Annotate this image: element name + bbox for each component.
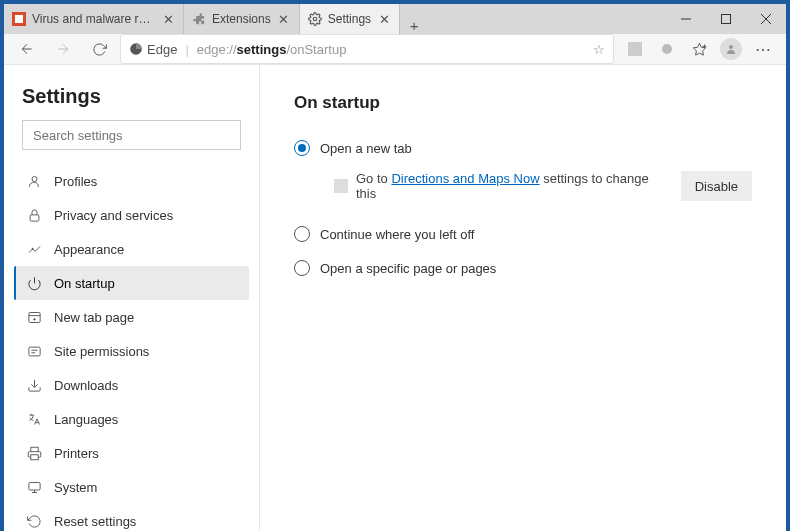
gear-icon <box>308 12 322 26</box>
svg-marker-12 <box>693 43 706 55</box>
avatar-icon <box>720 38 742 60</box>
minimize-button[interactable] <box>666 4 706 34</box>
section-heading: On startup <box>294 93 752 113</box>
radio-icon <box>294 226 310 242</box>
sidebar-item-printers[interactable]: Printers <box>14 436 249 470</box>
sidebar-item-label: Languages <box>54 412 118 427</box>
tab-label: Settings <box>328 12 371 26</box>
extension-logo-icon <box>334 179 348 193</box>
radio-label: Open a new tab <box>320 141 412 156</box>
svg-point-18 <box>32 248 33 249</box>
new-tab-button[interactable]: + <box>400 17 428 34</box>
disable-button[interactable]: Disable <box>681 171 752 201</box>
svg-point-16 <box>32 176 37 181</box>
permissions-icon <box>26 343 42 359</box>
sidebar-item-newtab[interactable]: New tab page <box>14 300 249 334</box>
svg-point-2 <box>313 17 317 21</box>
sidebar-item-label: Profiles <box>54 174 97 189</box>
extension-link[interactable]: Directions and Maps Now <box>391 171 539 186</box>
sidebar-item-label: Reset settings <box>54 514 136 529</box>
svg-rect-1 <box>15 15 23 23</box>
tab-label: Virus and malware removal instr <box>32 12 155 26</box>
address-bar[interactable]: Edge | edge://settings/onStartup ☆ <box>120 34 614 64</box>
sidebar-item-label: Privacy and services <box>54 208 173 223</box>
search-wrapper <box>22 120 241 150</box>
notice-prefix: Go to <box>356 171 391 186</box>
appearance-icon <box>26 241 42 257</box>
close-icon[interactable]: ✕ <box>377 12 391 26</box>
favorite-icon[interactable]: ☆ <box>593 42 605 57</box>
radio-continue[interactable]: Continue where you left off <box>294 217 752 251</box>
tab-strip: Virus and malware removal instr ✕ Extens… <box>4 4 666 34</box>
radio-icon <box>294 140 310 156</box>
sidebar-item-label: Site permissions <box>54 344 149 359</box>
tab-0[interactable]: Virus and malware removal instr ✕ <box>4 4 184 34</box>
url-path: /onStartup <box>286 42 346 57</box>
url-host: settings <box>237 42 287 57</box>
radio-label: Open a specific page or pages <box>320 261 496 276</box>
main-panel: On startup Open a new tab Go to Directio… <box>260 65 786 531</box>
tab-2[interactable]: Settings ✕ <box>300 4 400 34</box>
extension-2-icon[interactable] <box>652 34 682 64</box>
system-icon <box>26 479 42 495</box>
sidebar-item-appearance[interactable]: Appearance <box>14 232 249 266</box>
radio-label: Continue where you left off <box>320 227 474 242</box>
favorites-button[interactable] <box>684 34 714 64</box>
sidebar-item-permissions[interactable]: Site permissions <box>14 334 249 368</box>
sidebar-item-label: New tab page <box>54 310 134 325</box>
settings-sidebar: Settings Profiles Privacy and services A… <box>4 65 260 531</box>
extensions-icon <box>192 12 206 26</box>
tab-1[interactable]: Extensions ✕ <box>184 4 300 34</box>
svg-rect-24 <box>28 347 39 356</box>
url-text: edge://settings/onStartup <box>197 42 585 57</box>
sidebar-item-profiles[interactable]: Profiles <box>14 164 249 198</box>
window-controls <box>666 4 786 34</box>
refresh-button[interactable] <box>84 34 114 64</box>
sidebar-item-privacy[interactable]: Privacy and services <box>14 198 249 232</box>
forward-button[interactable] <box>48 34 78 64</box>
settings-nav: Profiles Privacy and services Appearance… <box>4 160 259 531</box>
printer-icon <box>26 445 42 461</box>
sidebar-item-onstartup[interactable]: On startup <box>14 266 249 300</box>
pcrisk-icon <box>12 12 26 26</box>
search-input[interactable] <box>22 120 241 150</box>
close-icon[interactable]: ✕ <box>161 12 175 26</box>
sidebar-item-label: Printers <box>54 446 99 461</box>
close-window-button[interactable] <box>746 4 786 34</box>
sidebar-item-label: On startup <box>54 276 115 291</box>
sidebar-item-label: Downloads <box>54 378 118 393</box>
sidebar-item-system[interactable]: System <box>14 470 249 504</box>
sidebar-item-languages[interactable]: Languages <box>14 402 249 436</box>
radio-open-new-tab[interactable]: Open a new tab <box>294 131 752 165</box>
close-icon[interactable]: ✕ <box>277 12 291 26</box>
power-icon <box>26 275 42 291</box>
person-icon <box>26 173 42 189</box>
maximize-button[interactable] <box>706 4 746 34</box>
radio-icon <box>294 260 310 276</box>
toolbar: Edge | edge://settings/onStartup ☆ ⋯ <box>4 34 786 65</box>
svg-rect-28 <box>30 454 38 459</box>
extension-notice: Go to Directions and Maps Now settings t… <box>294 165 752 217</box>
svg-rect-4 <box>722 15 731 24</box>
radio-specific-page[interactable]: Open a specific page or pages <box>294 251 752 285</box>
sidebar-item-reset[interactable]: Reset settings <box>14 504 249 531</box>
svg-point-11 <box>662 44 672 54</box>
brand-label: Edge <box>147 42 177 57</box>
svg-rect-29 <box>28 482 39 490</box>
back-button[interactable] <box>12 34 42 64</box>
newtab-icon <box>26 309 42 325</box>
notice-text: Go to Directions and Maps Now settings t… <box>356 171 665 201</box>
toolbar-right: ⋯ <box>620 34 778 64</box>
more-button[interactable]: ⋯ <box>748 34 778 64</box>
language-icon <box>26 411 42 427</box>
svg-rect-10 <box>628 42 642 56</box>
sidebar-item-downloads[interactable]: Downloads <box>14 368 249 402</box>
sidebar-item-label: Appearance <box>54 242 124 257</box>
svg-rect-17 <box>30 214 39 220</box>
titlebar: Virus and malware removal instr ✕ Extens… <box>4 4 786 34</box>
reset-icon <box>26 513 42 529</box>
download-icon <box>26 377 42 393</box>
profile-button[interactable] <box>716 34 746 64</box>
extension-1-icon[interactable] <box>620 34 650 64</box>
content-area: Settings Profiles Privacy and services A… <box>4 65 786 531</box>
